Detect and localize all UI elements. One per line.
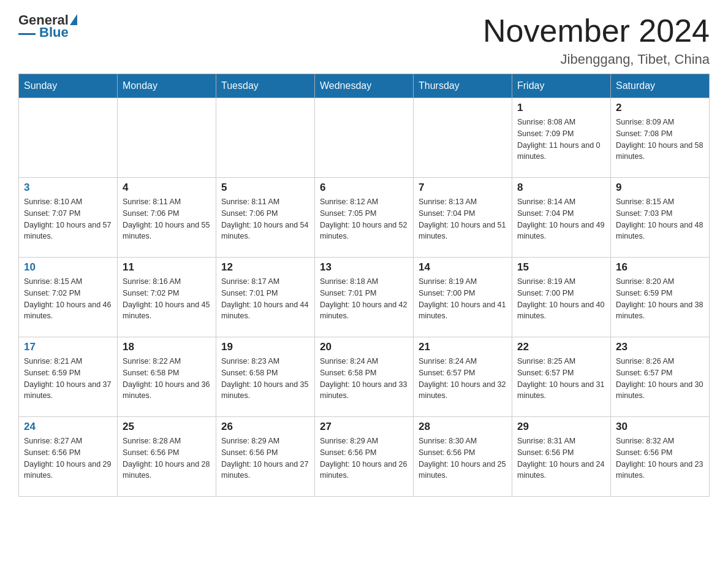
calendar-cell: 30Sunrise: 8:32 AMSunset: 6:56 PMDayligh… (611, 417, 710, 497)
calendar-header-sunday: Sunday (19, 74, 118, 98)
day-number: 5 (221, 182, 309, 194)
day-info: Sunrise: 8:20 AMSunset: 6:59 PMDaylight:… (616, 276, 704, 322)
day-number: 2 (616, 102, 704, 114)
day-number: 15 (517, 261, 605, 274)
logo: General Blue (18, 12, 77, 40)
calendar-week-row: 17Sunrise: 8:21 AMSunset: 6:59 PMDayligh… (19, 337, 710, 417)
day-number: 22 (517, 341, 605, 353)
calendar-cell: 18Sunrise: 8:22 AMSunset: 6:58 PMDayligh… (118, 337, 216, 417)
day-info: Sunrise: 8:19 AMSunset: 7:00 PMDaylight:… (517, 276, 605, 322)
day-number: 13 (320, 261, 408, 274)
calendar-cell: 10Sunrise: 8:15 AMSunset: 7:02 PMDayligh… (19, 258, 118, 337)
page-header: General Blue November 2024 Jibenggang, T… (18, 12, 710, 67)
day-info: Sunrise: 8:08 AMSunset: 7:09 PMDaylight:… (517, 117, 605, 163)
calendar-cell: 4Sunrise: 8:11 AMSunset: 7:06 PMDaylight… (118, 178, 216, 258)
day-info: Sunrise: 8:18 AMSunset: 7:01 PMDaylight:… (320, 276, 408, 322)
title-block: November 2024 Jibenggang, Tibet, China (483, 12, 710, 67)
calendar-cell (315, 98, 414, 178)
calendar-cell: 19Sunrise: 8:23 AMSunset: 6:58 PMDayligh… (216, 337, 315, 417)
calendar-header-wednesday: Wednesday (315, 74, 414, 98)
calendar-cell: 3Sunrise: 8:10 AMSunset: 7:07 PMDaylight… (19, 178, 118, 258)
calendar-header-thursday: Thursday (414, 74, 512, 98)
calendar-cell: 8Sunrise: 8:14 AMSunset: 7:04 PMDaylight… (512, 178, 611, 258)
calendar-cell: 24Sunrise: 8:27 AMSunset: 6:56 PMDayligh… (19, 417, 118, 497)
logo-blue-text: Blue (38, 25, 69, 40)
calendar-cell: 16Sunrise: 8:20 AMSunset: 6:59 PMDayligh… (611, 258, 710, 337)
day-info: Sunrise: 8:11 AMSunset: 7:06 PMDaylight:… (123, 196, 211, 242)
day-number: 20 (320, 341, 408, 353)
day-number: 12 (221, 261, 309, 274)
day-info: Sunrise: 8:31 AMSunset: 6:56 PMDaylight:… (517, 435, 605, 481)
day-number: 21 (419, 341, 507, 353)
day-info: Sunrise: 8:09 AMSunset: 7:08 PMDaylight:… (616, 117, 704, 163)
calendar-cell: 22Sunrise: 8:25 AMSunset: 6:57 PMDayligh… (512, 337, 611, 417)
day-number: 10 (24, 261, 112, 274)
day-number: 16 (616, 261, 704, 274)
day-info: Sunrise: 8:30 AMSunset: 6:56 PMDaylight:… (419, 435, 507, 481)
day-number: 9 (616, 182, 704, 194)
day-info: Sunrise: 8:16 AMSunset: 7:02 PMDaylight:… (123, 276, 211, 322)
calendar-week-row: 3Sunrise: 8:10 AMSunset: 7:07 PMDaylight… (19, 178, 710, 258)
day-info: Sunrise: 8:26 AMSunset: 6:57 PMDaylight:… (616, 356, 704, 402)
calendar-cell: 6Sunrise: 8:12 AMSunset: 7:05 PMDaylight… (315, 178, 414, 258)
calendar-cell: 21Sunrise: 8:24 AMSunset: 6:57 PMDayligh… (414, 337, 512, 417)
calendar-cell (19, 98, 118, 178)
day-info: Sunrise: 8:12 AMSunset: 7:05 PMDaylight:… (320, 196, 408, 242)
day-info: Sunrise: 8:13 AMSunset: 7:04 PMDaylight:… (419, 196, 507, 242)
calendar-cell: 7Sunrise: 8:13 AMSunset: 7:04 PMDaylight… (414, 178, 512, 258)
day-info: Sunrise: 8:15 AMSunset: 7:02 PMDaylight:… (24, 276, 112, 322)
calendar-week-row: 10Sunrise: 8:15 AMSunset: 7:02 PMDayligh… (19, 258, 710, 337)
day-number: 8 (517, 182, 605, 194)
day-number: 28 (419, 421, 507, 433)
month-title: November 2024 (483, 12, 710, 49)
calendar-cell: 20Sunrise: 8:24 AMSunset: 6:58 PMDayligh… (315, 337, 414, 417)
day-number: 18 (123, 341, 211, 353)
calendar-cell: 25Sunrise: 8:28 AMSunset: 6:56 PMDayligh… (118, 417, 216, 497)
day-info: Sunrise: 8:29 AMSunset: 6:56 PMDaylight:… (320, 435, 408, 481)
day-info: Sunrise: 8:15 AMSunset: 7:03 PMDaylight:… (616, 196, 704, 242)
calendar-header-tuesday: Tuesday (216, 74, 315, 98)
calendar-cell (118, 98, 216, 178)
day-info: Sunrise: 8:28 AMSunset: 6:56 PMDaylight:… (123, 435, 211, 481)
day-number: 6 (320, 182, 408, 194)
logo-triangle-icon (70, 14, 77, 25)
day-info: Sunrise: 8:27 AMSunset: 6:56 PMDaylight:… (24, 435, 112, 481)
calendar-cell: 2Sunrise: 8:09 AMSunset: 7:08 PMDaylight… (611, 98, 710, 178)
calendar-cell: 29Sunrise: 8:31 AMSunset: 6:56 PMDayligh… (512, 417, 611, 497)
day-info: Sunrise: 8:24 AMSunset: 6:57 PMDaylight:… (419, 356, 507, 402)
day-info: Sunrise: 8:23 AMSunset: 6:58 PMDaylight:… (221, 356, 309, 402)
calendar-cell: 5Sunrise: 8:11 AMSunset: 7:06 PMDaylight… (216, 178, 315, 258)
location: Jibenggang, Tibet, China (483, 52, 710, 67)
calendar-header-monday: Monday (118, 74, 216, 98)
day-number: 17 (24, 341, 112, 353)
day-number: 7 (419, 182, 507, 194)
day-number: 30 (616, 421, 704, 433)
calendar-cell: 9Sunrise: 8:15 AMSunset: 7:03 PMDaylight… (611, 178, 710, 258)
day-info: Sunrise: 8:17 AMSunset: 7:01 PMDaylight:… (221, 276, 309, 322)
calendar-header-row: SundayMondayTuesdayWednesdayThursdayFrid… (19, 74, 710, 98)
calendar-header-saturday: Saturday (611, 74, 710, 98)
calendar-cell: 23Sunrise: 8:26 AMSunset: 6:57 PMDayligh… (611, 337, 710, 417)
day-info: Sunrise: 8:19 AMSunset: 7:00 PMDaylight:… (419, 276, 507, 322)
calendar-cell: 11Sunrise: 8:16 AMSunset: 7:02 PMDayligh… (118, 258, 216, 337)
day-number: 1 (517, 102, 605, 114)
day-info: Sunrise: 8:11 AMSunset: 7:06 PMDaylight:… (221, 196, 309, 242)
calendar-cell: 27Sunrise: 8:29 AMSunset: 6:56 PMDayligh… (315, 417, 414, 497)
day-info: Sunrise: 8:25 AMSunset: 6:57 PMDaylight:… (517, 356, 605, 402)
day-number: 3 (24, 182, 112, 194)
day-number: 4 (123, 182, 211, 194)
calendar-cell: 17Sunrise: 8:21 AMSunset: 6:59 PMDayligh… (19, 337, 118, 417)
calendar-cell (216, 98, 315, 178)
calendar-cell: 28Sunrise: 8:30 AMSunset: 6:56 PMDayligh… (414, 417, 512, 497)
day-info: Sunrise: 8:10 AMSunset: 7:07 PMDaylight:… (24, 196, 112, 242)
calendar-header-friday: Friday (512, 74, 611, 98)
day-number: 11 (123, 261, 211, 274)
day-number: 19 (221, 341, 309, 353)
day-info: Sunrise: 8:22 AMSunset: 6:58 PMDaylight:… (123, 356, 211, 402)
day-info: Sunrise: 8:29 AMSunset: 6:56 PMDaylight:… (221, 435, 309, 481)
day-info: Sunrise: 8:32 AMSunset: 6:56 PMDaylight:… (616, 435, 704, 481)
day-number: 14 (419, 261, 507, 274)
day-info: Sunrise: 8:21 AMSunset: 6:59 PMDaylight:… (24, 356, 112, 402)
calendar-week-row: 1Sunrise: 8:08 AMSunset: 7:09 PMDaylight… (19, 98, 710, 178)
calendar-table: SundayMondayTuesdayWednesdayThursdayFrid… (18, 74, 710, 497)
